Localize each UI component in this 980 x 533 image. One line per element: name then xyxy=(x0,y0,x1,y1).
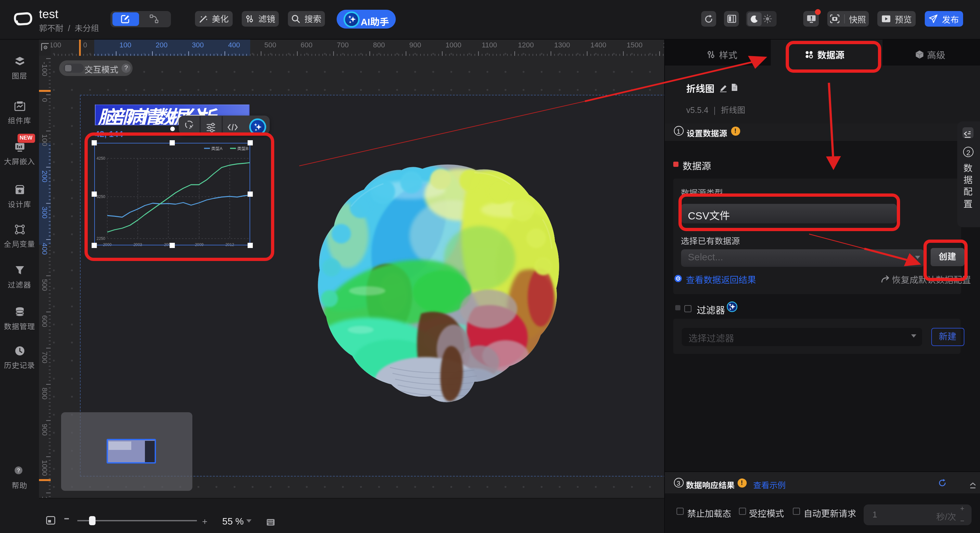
svg-text:700: 700 xyxy=(41,352,49,363)
svg-text:?: ? xyxy=(17,468,20,474)
svg-text:800: 800 xyxy=(373,41,385,49)
svg-text:300: 300 xyxy=(41,207,49,219)
svg-text:400: 400 xyxy=(228,41,240,49)
svg-text:600: 600 xyxy=(41,315,49,327)
svg-text:1300: 1300 xyxy=(554,41,570,49)
svg-text:600: 600 xyxy=(301,41,313,49)
svg-text:0: 0 xyxy=(83,41,87,49)
svg-text:0: 0 xyxy=(41,98,49,102)
svg-text:300: 300 xyxy=(192,41,204,49)
svg-text:1400: 1400 xyxy=(590,41,606,49)
svg-text:900: 900 xyxy=(409,41,422,49)
svg-text:200: 200 xyxy=(41,170,49,182)
svg-text:500: 500 xyxy=(264,41,277,49)
svg-text:1000: 1000 xyxy=(41,460,49,476)
svg-text:700: 700 xyxy=(337,41,349,49)
svg-text:400: 400 xyxy=(41,243,49,255)
svg-text:1000: 1000 xyxy=(445,41,461,49)
svg-text:100: 100 xyxy=(41,134,49,146)
svg-text:1100: 1100 xyxy=(482,41,497,49)
svg-text:1200: 1200 xyxy=(518,41,534,49)
svg-text:1500: 1500 xyxy=(627,41,643,49)
svg-text:900: 900 xyxy=(41,424,49,436)
svg-text:-100: -100 xyxy=(41,62,49,76)
svg-text:-100: -100 xyxy=(51,41,61,49)
svg-text:500: 500 xyxy=(41,279,49,291)
svg-text:100: 100 xyxy=(119,41,132,49)
svg-text:200: 200 xyxy=(156,41,168,49)
svg-text:800: 800 xyxy=(41,387,49,400)
